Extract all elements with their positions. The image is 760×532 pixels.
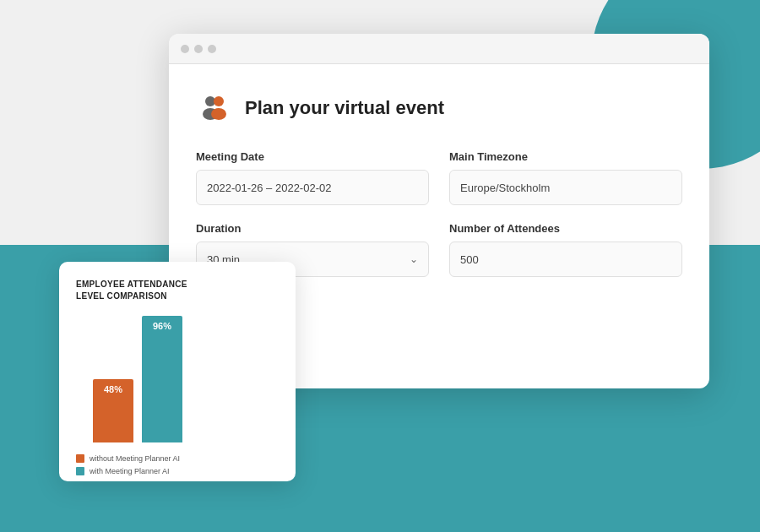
people-icon — [196, 90, 233, 127]
dot-1 — [181, 45, 189, 53]
dot-3 — [208, 45, 216, 53]
svg-point-3 — [211, 108, 226, 120]
legend-dot-teal — [76, 467, 84, 475]
num-attendees-input[interactable]: 500 — [449, 242, 682, 277]
legend-item-with: with Meeting Planner AI — [76, 467, 279, 475]
page-header: Plan your virtual event — [196, 90, 682, 127]
browser-dots — [181, 45, 216, 53]
main-timezone-input[interactable]: Europe/Stockholm — [449, 170, 682, 205]
bar-teal-label: 96% — [153, 321, 171, 331]
svg-point-2 — [214, 96, 224, 106]
main-timezone-label: Main Timezone — [449, 150, 682, 163]
main-timezone-group: Main Timezone Europe/Stockholm — [449, 150, 682, 205]
browser-titlebar — [169, 34, 709, 64]
meeting-date-label: Meeting Date — [196, 150, 429, 163]
chart-card: EMPLOYEE ATTENDANCELEVEL COMPARISON 48% … — [59, 262, 296, 481]
bar-with-ai: 96% — [142, 316, 182, 442]
meeting-date-input[interactable]: 2022-01-26 – 2022-02-02 — [196, 170, 429, 205]
chart-area: 48% 96% — [76, 316, 279, 442]
chart-legend: without Meeting Planner AI with Meeting … — [76, 454, 279, 475]
num-attendees-group: Number of Attendees 500 — [449, 222, 682, 277]
duration-label: Duration — [196, 222, 429, 235]
legend-text-with: with Meeting Planner AI — [90, 467, 170, 475]
dot-2 — [194, 45, 203, 53]
legend-item-without: without Meeting Planner AI — [76, 454, 279, 463]
form-grid: Meeting Date 2022-01-26 – 2022-02-02 Mai… — [196, 150, 682, 277]
legend-text-without: without Meeting Planner AI — [90, 454, 180, 463]
bar-without-ai: 48% — [93, 379, 133, 442]
meeting-date-group: Meeting Date 2022-01-26 – 2022-02-02 — [196, 150, 429, 205]
legend-dot-orange — [76, 454, 84, 463]
num-attendees-label: Number of Attendees — [449, 222, 682, 235]
bar-orange-label: 48% — [104, 384, 122, 394]
bar-teal: 96% — [142, 316, 182, 442]
chart-title: EMPLOYEE ATTENDANCELEVEL COMPARISON — [76, 279, 279, 302]
form-content: Plan your virtual event Meeting Date 202… — [169, 64, 709, 294]
bar-orange: 48% — [93, 379, 133, 442]
page-title: Plan your virtual event — [245, 97, 444, 119]
chevron-down-icon: ⌄ — [410, 253, 418, 265]
